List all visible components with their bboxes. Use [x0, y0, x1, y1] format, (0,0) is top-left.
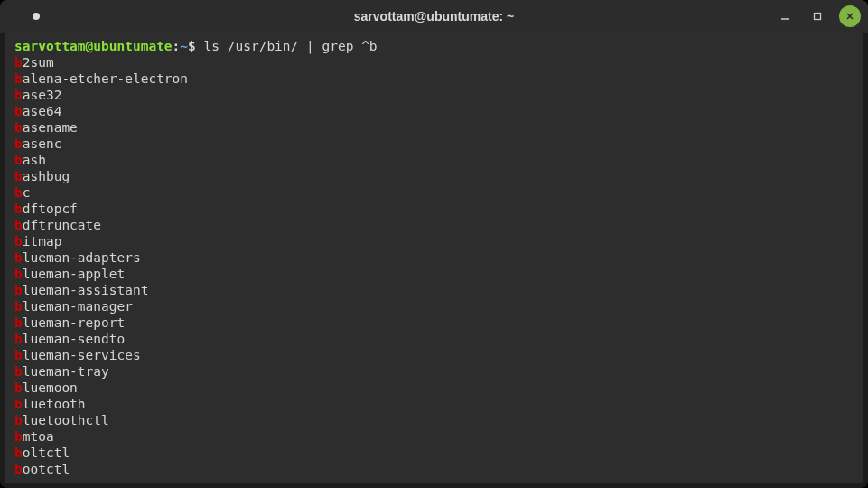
grep-match: b	[14, 104, 23, 118]
grep-match: b	[14, 429, 23, 444]
output-text: lueman-applet	[23, 267, 126, 281]
output-line: blueman-report	[14, 314, 859, 331]
grep-match: b	[14, 397, 23, 411]
output-line: basename	[14, 119, 859, 136]
output-text: oltctl	[23, 446, 70, 460]
app-indicator-icon	[33, 13, 40, 20]
output-text: itmap	[23, 234, 62, 249]
grep-match: b	[14, 169, 23, 183]
grep-match: b	[14, 315, 23, 330]
output-text: asename	[23, 120, 78, 135]
output-line: bootctl	[14, 461, 859, 477]
window-title: sarvottam@ubuntumate: ~	[354, 9, 514, 23]
output-line: bc	[14, 184, 859, 201]
grep-match: b	[14, 250, 23, 265]
output-text: lueman-assistant	[23, 283, 149, 297]
grep-match: b	[14, 413, 23, 427]
grep-match: b	[14, 71, 23, 86]
grep-match: b	[14, 267, 23, 281]
grep-match: b	[14, 218, 23, 232]
grep-match: b	[14, 380, 23, 395]
maximize-button[interactable]	[807, 5, 828, 27]
output-line: base64	[14, 103, 859, 119]
output-text: dftruncate	[23, 218, 101, 232]
output-line: bdftruncate	[14, 217, 859, 233]
grep-match: b	[14, 202, 23, 216]
output-text: lueman-report	[23, 315, 126, 330]
terminal-output-area[interactable]: sarvottam@ubuntumate:~$ ls /usr/bin/ | g…	[5, 33, 863, 483]
prompt-line: sarvottam@ubuntumate:~$ ls /usr/bin/ | g…	[14, 38, 859, 54]
output-text: ash	[23, 153, 46, 167]
prompt-user-host: sarvottam@ubuntumate	[14, 39, 173, 53]
grep-match: b	[14, 88, 23, 102]
output-container: b2sumbalena-etcher-electronbase32base64b…	[14, 54, 859, 477]
output-text: lueman-adapters	[23, 250, 141, 265]
output-line: base32	[14, 87, 859, 103]
output-line: bash	[14, 152, 859, 168]
output-text: ase64	[23, 104, 62, 118]
output-line: blueman-services	[14, 347, 859, 363]
grep-match: b	[14, 55, 23, 70]
output-line: bluemoon	[14, 380, 859, 396]
output-line: blueman-sendto	[14, 331, 859, 347]
output-line: bdftopcf	[14, 201, 859, 217]
window-controls	[774, 5, 861, 27]
grep-match: b	[14, 234, 23, 249]
prompt-symbol: $	[188, 39, 196, 53]
grep-match: b	[14, 153, 23, 167]
output-text: mtoa	[23, 429, 54, 444]
grep-match: b	[14, 185, 23, 200]
output-line: blueman-manager	[14, 298, 859, 314]
output-text: ase32	[23, 88, 62, 102]
output-text: 2sum	[23, 55, 54, 70]
output-text: alena-etcher-electron	[23, 71, 188, 86]
output-line: bashbug	[14, 168, 859, 184]
grep-match: b	[14, 446, 23, 460]
output-line: bluetoothctl	[14, 412, 859, 428]
grep-match: b	[14, 332, 23, 346]
grep-match: b	[14, 348, 23, 362]
output-line: b2sum	[14, 54, 859, 70]
output-line: balena-etcher-electron	[14, 70, 859, 87]
output-text: lueman-manager	[23, 299, 133, 314]
command-text: ls /usr/bin/ | grep ^b	[196, 39, 378, 53]
output-text: asenc	[23, 136, 62, 151]
output-line: blueman-assistant	[14, 282, 859, 298]
output-text: luetooth	[23, 397, 86, 411]
svg-rect-1	[815, 14, 821, 20]
grep-match: b	[14, 120, 23, 135]
output-text: c	[23, 185, 31, 200]
output-line: bluetooth	[14, 396, 859, 412]
grep-match: b	[14, 299, 23, 314]
output-line: basenc	[14, 136, 859, 152]
output-text: lueman-sendto	[23, 332, 126, 346]
output-text: lueman-tray	[23, 364, 109, 379]
minimize-button[interactable]	[774, 5, 796, 27]
grep-match: b	[14, 136, 23, 151]
output-line: blueman-applet	[14, 266, 859, 282]
output-text: luemoon	[23, 380, 78, 395]
grep-match: b	[14, 462, 23, 476]
output-text: ashbug	[23, 169, 70, 183]
output-line: bmtoa	[14, 428, 859, 445]
prompt-path: ~	[180, 39, 188, 53]
output-text: ootctl	[23, 462, 70, 476]
output-line: bitmap	[14, 233, 859, 249]
output-text: dftopcf	[23, 202, 78, 216]
grep-match: b	[14, 364, 23, 379]
close-button[interactable]	[839, 5, 861, 27]
terminal-window: sarvottam@ubuntumate: ~ sarvottam@ubuntu…	[0, 0, 868, 488]
titlebar[interactable]: sarvottam@ubuntumate: ~	[0, 0, 868, 33]
output-line: blueman-tray	[14, 363, 859, 380]
output-line: boltctl	[14, 445, 859, 461]
output-line: blueman-adapters	[14, 249, 859, 266]
grep-match: b	[14, 283, 23, 297]
output-text: lueman-services	[23, 348, 141, 362]
output-text: luetoothctl	[23, 413, 109, 427]
